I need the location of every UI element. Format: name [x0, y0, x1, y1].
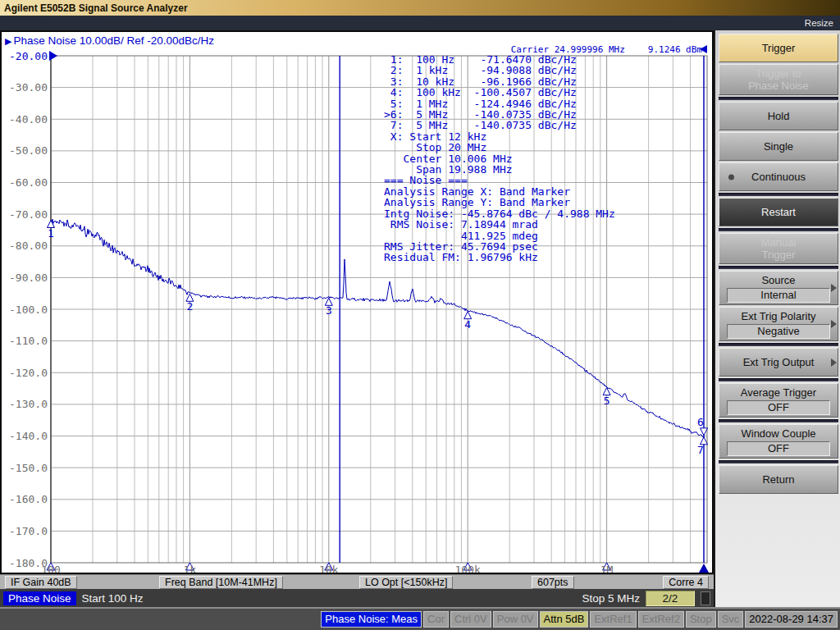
softkey-label: Restart	[761, 206, 796, 218]
y-tick-label: -160.0	[9, 493, 48, 505]
menubar: Resize	[0, 16, 840, 30]
softkey-window-couple[interactable]: Window CoupleOFF	[719, 424, 838, 459]
softkey-continuous[interactable]: Continuous	[719, 162, 838, 191]
active-trace-arrow-icon: ▶	[5, 36, 11, 46]
x-tick-label: 1k	[184, 564, 197, 573]
softkey-restart[interactable]: Restart	[719, 198, 838, 226]
carrier-power: 9.1246 dBm	[648, 44, 702, 55]
y-tick-label: -60.00	[9, 176, 48, 189]
softkey-label: Single	[764, 140, 793, 153]
y-tick-label: -100.0	[9, 304, 48, 316]
system-indicator-attn: Attn 5dB	[540, 611, 589, 628]
menu-separator	[719, 343, 838, 346]
softkey-single[interactable]: Single	[719, 132, 838, 161]
y-tick-label: -120.0	[9, 367, 48, 379]
menu-separator	[719, 460, 838, 463]
trace-info-bar: Phase Noise Start 100 Hz Stop 5 MHz 2/2	[0, 589, 714, 607]
system-indicator-meas-status: Phase Noise: Meas	[321, 611, 422, 628]
softkey-label: Window Couple	[741, 427, 815, 440]
softkey-value: Negative	[727, 324, 830, 339]
softkey-value: OFF	[727, 441, 830, 456]
softkey-source[interactable]: SourceInternal	[719, 271, 838, 305]
marker-4-label: 4	[464, 318, 471, 331]
status-box-3: 607pts	[532, 576, 574, 589]
softkey-label: Manual	[761, 236, 797, 249]
sweep-stop-label: Stop 5 MHz	[582, 592, 640, 605]
y-tick-label: -90.00	[9, 272, 48, 284]
phase-noise-window: ▶Phase Noise 10.00dB/ Ref -20.00dBc/Hz C…	[0, 30, 714, 574]
y-tick-label: -40.00	[9, 113, 48, 126]
softkey-trigger-header[interactable]: Trigger	[719, 34, 838, 62]
status-box-1: Freq Band [10M-41MHz]	[159, 576, 283, 589]
softkey-label: Continuous	[751, 171, 806, 183]
x-tick-label: 10k	[319, 564, 339, 573]
softkey-value: OFF	[727, 400, 830, 415]
active-trace-badge[interactable]: Phase Noise	[3, 591, 76, 605]
y-tick-label: -50.00	[9, 144, 48, 157]
softkey-label: Phase Noise	[748, 80, 809, 92]
sweep-start-label: Start 100 Hz	[82, 592, 144, 605]
y-tick-label: -130.0	[9, 398, 48, 410]
softkey-label: Return	[762, 473, 794, 486]
menu-separator	[719, 97, 838, 100]
softkey-ext-trig-polarity[interactable]: Ext Trig PolarityNegative	[719, 307, 838, 341]
softkey-menu: TriggerTrigger toPhase NoiseHoldSingleCo…	[714, 30, 840, 607]
softkey-page-indicator[interactable]: 2/2	[646, 591, 695, 606]
system-indicator-pow: Pow 0V	[493, 611, 538, 628]
marker-7-label: 7	[697, 444, 704, 456]
datetime-display: 2022-08-29 14:37	[745, 611, 838, 628]
system-indicator-svc: Svc	[718, 611, 744, 628]
status-box-4: Corre 4	[663, 576, 709, 589]
submenu-arrow-icon	[831, 284, 837, 292]
y-tick-label: -150.0	[9, 462, 48, 474]
menu-separator	[719, 193, 838, 196]
phase-noise-plot[interactable]: 12345671001k10k100k1M-20.00-30.00-40.00-…	[2, 32, 712, 573]
softkey-label: Hold	[768, 110, 790, 122]
x-tick-label: 100k	[455, 564, 481, 573]
system-indicator-ctrl: Ctrl 0V	[450, 611, 491, 628]
softkey-label: Ext Trig Polarity	[741, 310, 815, 322]
softkey-trigger-to-phase-noise: Trigger toPhase Noise	[719, 64, 838, 95]
window-titlebar[interactable]: Agilent E5052B Signal Source Analyzer	[0, 0, 840, 16]
y-tick-label: -80.00	[9, 240, 48, 252]
softkey-label: Trigger to	[756, 67, 801, 80]
resize-button[interactable]: Resize	[805, 18, 840, 28]
system-indicator-extref1: ExtRef1	[590, 611, 636, 628]
y-tick-label: -30.00	[9, 81, 48, 94]
marker-2-label: 2	[186, 300, 193, 313]
softkey-ext-trig-output[interactable]: Ext Trig Output	[719, 348, 838, 377]
softkey-hold[interactable]: Hold	[719, 102, 838, 130]
menu-separator	[719, 266, 838, 269]
marker-6-label: 6	[697, 416, 704, 428]
softkey-average-trigger[interactable]: Average TriggerOFF	[719, 383, 838, 418]
y-tick-label: -70.00	[9, 208, 48, 221]
menu-separator	[719, 378, 838, 381]
menu-separator	[719, 419, 838, 422]
y-tick-label: -140.0	[9, 430, 48, 442]
submenu-arrow-icon	[831, 320, 837, 328]
window-title: Agilent E5052B Signal Source Analyzer	[0, 2, 188, 14]
marker-3-label: 3	[326, 304, 332, 317]
y-tick-label: -110.0	[9, 335, 48, 347]
softkey-label: Trigger	[762, 249, 796, 261]
softkey-label: Trigger	[762, 42, 796, 54]
y-tick-label: -170.0	[9, 525, 48, 537]
trace-scale-header[interactable]: ▶Phase Noise 10.00dB/ Ref -20.00dBc/Hz	[5, 34, 214, 47]
status-box-2: LO Opt [<150kHz]	[359, 576, 453, 589]
measurement-status-row: IF Gain 40dBFreq Band [10M-41MHz]LO Opt …	[0, 574, 714, 589]
system-indicator-extref2: ExtRef2	[638, 611, 684, 628]
carrier-frequency: Carrier 24.999996 MHz	[511, 44, 625, 55]
marker-1-label: 1	[48, 227, 54, 240]
x-tick-label: 1M	[600, 564, 614, 573]
softkey-manual-trigger: ManualTrigger	[719, 233, 838, 264]
selected-bullet-icon	[728, 174, 734, 180]
marker-5-label: 5	[604, 395, 610, 407]
y-tick-label: -180.0	[9, 557, 48, 569]
softkey-return[interactable]: Return	[719, 465, 838, 494]
system-indicator-cor: Cor	[423, 611, 449, 628]
status-box-0: IF Gain 40dB	[5, 576, 77, 589]
system-status-bar: Phase Noise: MeasCorCtrl 0VPow 0VAttn 5d…	[0, 607, 840, 630]
reference-level-arrow-icon	[49, 51, 57, 61]
softkey-value: Internal	[727, 288, 830, 303]
system-indicator-stop: Stop	[686, 611, 716, 628]
